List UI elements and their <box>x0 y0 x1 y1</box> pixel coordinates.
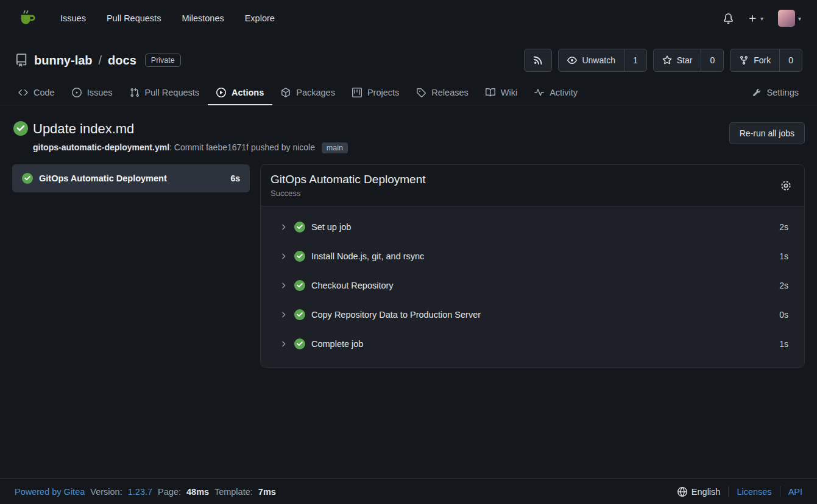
footer-divider <box>780 486 780 497</box>
success-check-icon <box>13 121 28 136</box>
powered-by-link[interactable]: Powered by Gitea <box>15 487 85 497</box>
tab-code[interactable]: Code <box>10 80 63 105</box>
repo-title: bunny-lab / docs Private <box>15 54 181 68</box>
star-button-group: Star 0 <box>653 49 724 72</box>
avatar <box>778 10 795 27</box>
step-duration: 2s <box>779 222 788 232</box>
repo-header: bunny-lab / docs Private Unwatch 1 Star … <box>0 37 817 74</box>
tag-icon <box>416 88 426 97</box>
job-list-item[interactable]: GitOps Automatic Deployment 6s <box>12 164 250 192</box>
success-check-icon <box>22 173 33 184</box>
notifications-button[interactable] <box>723 13 734 24</box>
gear-icon <box>780 180 792 192</box>
pulse-icon <box>534 88 544 97</box>
step-row[interactable]: Copy Repository Data to Production Serve… <box>261 300 804 329</box>
job-steps-list: Set up job 2s Install Node.js, git, and … <box>261 206 804 367</box>
rerun-all-jobs-button[interactable]: Re-run all jobs <box>729 122 805 144</box>
nav-link-issues[interactable]: Issues <box>50 9 96 28</box>
step-duration: 0s <box>779 310 788 320</box>
step-name: Install Node.js, git, and rsync <box>311 251 424 261</box>
run-subtitle: gitops-automatic-deployment.yml: Commit … <box>33 142 348 153</box>
version-link[interactable]: 1.23.7 <box>128 487 152 497</box>
book-icon <box>486 88 495 97</box>
watch-count[interactable]: 1 <box>624 49 646 71</box>
repo-separator: / <box>99 54 102 68</box>
eye-icon <box>567 55 577 65</box>
job-detail-title: GitOps Automatic Deployment <box>271 173 426 186</box>
run-body: GitOps Automatic Deployment 6s GitOps Au… <box>0 164 817 478</box>
step-name: Complete job <box>311 339 363 349</box>
tab-label: Packages <box>296 88 335 97</box>
nav-link-pull-requests[interactable]: Pull Requests <box>96 9 171 28</box>
chevron-right-icon[interactable] <box>279 223 288 231</box>
step-name: Set up job <box>311 222 351 232</box>
step-row[interactable]: Set up job 2s <box>261 212 804 242</box>
step-duration: 2s <box>779 281 788 290</box>
job-settings-button[interactable] <box>780 180 792 192</box>
create-menu-button[interactable]: ▾ <box>748 14 763 23</box>
tab-pull-requests[interactable]: Pull Requests <box>121 80 208 105</box>
visibility-badge: Private <box>145 54 181 67</box>
gitea-logo[interactable] <box>18 9 37 27</box>
step-row[interactable]: Install Node.js, git, and rsync 1s <box>261 242 804 271</box>
chevron-right-icon[interactable] <box>279 252 288 261</box>
chevron-right-icon[interactable] <box>279 340 288 348</box>
template-time-label: Template: <box>214 487 253 497</box>
star-button[interactable]: Star <box>654 49 701 71</box>
job-card-titles: GitOps Automatic Deployment Success <box>271 173 426 198</box>
licenses-link[interactable]: Licenses <box>737 487 771 497</box>
fork-button[interactable]: Fork <box>730 49 779 71</box>
tab-activity[interactable]: Activity <box>526 80 586 105</box>
wrench-icon <box>752 88 762 97</box>
code-icon <box>18 88 28 97</box>
tab-projects[interactable]: Projects <box>344 80 408 105</box>
run-title: Update index.md <box>33 121 348 137</box>
chevron-right-icon[interactable] <box>279 281 288 290</box>
fork-count[interactable]: 0 <box>779 49 802 71</box>
nav-link-milestones[interactable]: Milestones <box>171 9 234 28</box>
rss-button[interactable] <box>524 49 552 72</box>
bell-icon <box>723 13 734 24</box>
chevron-down-icon: ▾ <box>760 15 763 22</box>
tab-label: Projects <box>367 88 399 97</box>
repo-icon <box>15 54 28 67</box>
footer-divider <box>728 486 729 497</box>
chevron-right-icon[interactable] <box>279 310 288 319</box>
step-duration: 1s <box>779 339 788 349</box>
tab-settings[interactable]: Settings <box>743 80 807 105</box>
branch-badge[interactable]: main <box>322 142 348 153</box>
package-icon <box>281 88 291 97</box>
unwatch-label: Unwatch <box>582 55 615 65</box>
unwatch-button[interactable]: Unwatch <box>559 49 623 71</box>
step-row[interactable]: Checkout Repository 2s <box>261 271 804 300</box>
language-selector[interactable]: English <box>677 487 721 497</box>
jobs-sidebar: GitOps Automatic Deployment 6s <box>12 164 250 192</box>
step-row[interactable]: Complete job 1s <box>261 329 804 359</box>
repo-name-link[interactable]: docs <box>108 54 136 68</box>
run-header: Update index.md gitops-automatic-deploym… <box>0 105 817 164</box>
user-menu-button[interactable]: ▾ <box>778 10 801 27</box>
commit-info: : Commit faebe1671f pushed by nicole <box>169 142 315 152</box>
tab-actions[interactable]: Actions <box>208 80 272 105</box>
footer: Powered by Gitea Version: 1.23.7 Page: 4… <box>0 478 817 504</box>
version-label: Version: <box>90 487 122 497</box>
tab-wiki[interactable]: Wiki <box>477 80 526 105</box>
repo-owner-link[interactable]: bunny-lab <box>34 54 93 68</box>
nav-link-explore[interactable]: Explore <box>235 9 285 28</box>
rss-icon <box>533 55 543 65</box>
success-check-icon <box>294 251 305 262</box>
tab-packages[interactable]: Packages <box>272 80 344 105</box>
play-circle-icon <box>216 88 226 97</box>
run-text: Update index.md gitops-automatic-deploym… <box>33 121 348 153</box>
star-icon <box>662 55 672 65</box>
tab-releases[interactable]: Releases <box>408 80 476 105</box>
repo-tabs: Code Issues Pull Requests Actions Packag… <box>0 80 817 105</box>
job-name: GitOps Automatic Deployment <box>39 173 167 183</box>
fork-icon <box>739 55 749 65</box>
api-link[interactable]: API <box>788 487 802 497</box>
language-label: English <box>691 487 721 497</box>
job-status-text: Success <box>271 189 426 198</box>
tab-issues[interactable]: Issues <box>63 80 121 105</box>
tab-label: Actions <box>232 88 264 97</box>
star-count[interactable]: 0 <box>701 49 723 71</box>
